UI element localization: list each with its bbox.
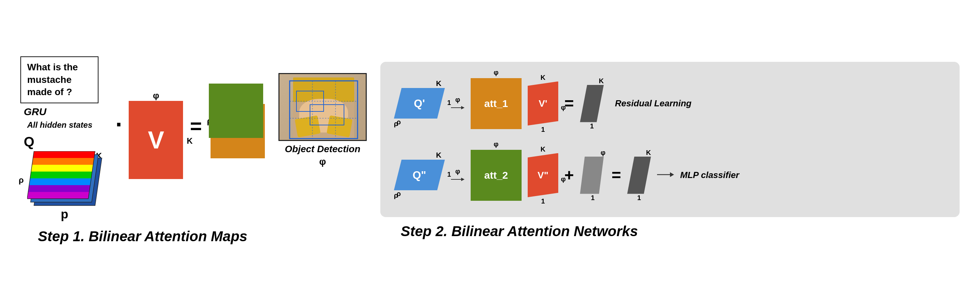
mlp-label: MLP classifier <box>680 170 739 180</box>
att1-label: att_1 <box>484 98 508 109</box>
equals-3: = <box>612 166 621 185</box>
ban-row-2: K Q" ρ 1 ρ φ φ <box>392 142 948 209</box>
q-dbl-prime-shape: Q" <box>394 160 445 190</box>
v-matrix: V <box>129 101 183 179</box>
plus-operator: + <box>564 166 574 185</box>
center-section: Object Detection φ <box>272 73 374 167</box>
gru-label: GRU <box>24 106 46 118</box>
step2-title: Step 2. Bilinear Attention Networks <box>401 223 959 239</box>
k-label-v: K <box>187 136 192 146</box>
result-stack: φ ρ <box>209 84 265 158</box>
equals-1: = <box>190 114 202 138</box>
ban-row-1: K Q' ρ 1 ρ φ <box>392 70 948 137</box>
dot-operator: · <box>115 111 122 138</box>
q-matrix-stack: K ρ <box>21 150 109 211</box>
att1-square: att_1 <box>471 78 522 129</box>
v-prime-label: V' <box>539 98 547 109</box>
q-label: Q <box>24 134 34 150</box>
rho-label-q: ρ <box>19 175 24 185</box>
svg-marker-10 <box>461 178 465 181</box>
q-dbl-prime-label: Q" <box>412 169 426 182</box>
v-dbl-prime-label: V" <box>538 170 549 181</box>
att2-label: att_2 <box>484 169 508 181</box>
right-arrow <box>657 169 674 181</box>
result-1 <box>580 85 604 122</box>
q-prime-label: Q' <box>414 97 425 110</box>
question-text: What is the mustache made of ? <box>27 62 78 97</box>
residual-shape <box>580 157 604 194</box>
hidden-states-label: All hidden states <box>27 120 92 130</box>
att2-square: att_2 <box>471 150 522 201</box>
question-box: What is the mustache made of ? <box>21 56 99 103</box>
phi-label-v: φ <box>153 90 159 101</box>
att1-container: φ att_1 <box>471 78 522 129</box>
att2-container: φ att_2 <box>471 150 522 201</box>
main-container: What is the mustache made of ? GRU All h… <box>0 0 980 301</box>
step2-section: K Q' ρ 1 ρ φ <box>380 62 959 239</box>
svg-rect-2 <box>310 105 344 125</box>
result-green <box>209 84 263 138</box>
step1-title: Step 1. Bilinear Attention Maps <box>38 228 248 245</box>
phi-center-label: φ <box>319 156 326 167</box>
equals-2: = <box>564 94 574 113</box>
q-prime-shape: Q' <box>394 88 445 119</box>
object-detection-label: Object Detection <box>285 144 360 154</box>
v-dbl-prime-shape: V" <box>528 153 558 197</box>
v-prime-shape: V' <box>528 81 558 126</box>
residual-label: Residual Learning <box>615 98 691 109</box>
ban-panel: K Q' ρ 1 ρ φ <box>380 62 959 217</box>
result-2 <box>627 157 651 194</box>
svg-marker-12 <box>670 172 674 177</box>
v-label: V <box>148 126 164 154</box>
object-detection-image <box>278 73 367 141</box>
svg-marker-8 <box>461 106 465 109</box>
step1-section: What is the mustache made of ? GRU All h… <box>21 56 265 244</box>
